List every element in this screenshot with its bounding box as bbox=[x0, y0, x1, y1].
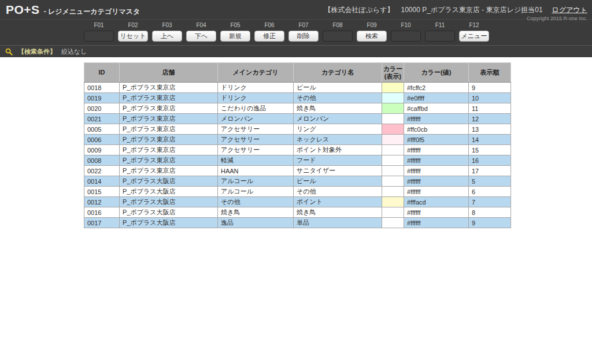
col-header-color-value: カラー(値) bbox=[404, 63, 469, 83]
cell-category-name: リング bbox=[294, 124, 382, 135]
fkey-toolbar: F01 F02 リセット F03 上へ F04 下へ F05 新規 bbox=[0, 19, 592, 45]
col-header-store: 店舗 bbox=[120, 63, 218, 83]
cell-color-swatch bbox=[382, 83, 404, 93]
cell-display-order: 13 bbox=[469, 124, 511, 135]
fkey-label: F06 bbox=[264, 22, 274, 29]
cell-category-name: その他 bbox=[294, 187, 382, 197]
fkey-button[interactable]: 検索 bbox=[357, 31, 387, 42]
cell-display-order: 15 bbox=[469, 145, 511, 155]
logout-link[interactable]: ログアウト bbox=[552, 6, 587, 14]
table-row[interactable]: 0021 P_ポプラス東京店 メロンパン メロンパン #ffffff 12 bbox=[84, 114, 511, 124]
cell-display-order: 14 bbox=[469, 135, 511, 145]
fkey-button[interactable]: 上へ bbox=[152, 31, 182, 42]
fkey-group: F03 上へ bbox=[152, 20, 182, 45]
cell-color-swatch bbox=[382, 124, 404, 135]
cell-main-category: 焼き鳥 bbox=[218, 207, 294, 218]
fkey-button[interactable] bbox=[84, 31, 114, 42]
cell-main-category: アルコール bbox=[218, 187, 294, 197]
app-chrome: PO+S - レジメニューカテゴリマスタ 【株式会社ぽぷらす】 10000 P_… bbox=[0, 0, 592, 45]
fkey-button[interactable]: メニュー bbox=[459, 31, 489, 42]
cell-main-category: ドリンク bbox=[218, 83, 294, 93]
col-header-display-order: 表示順 bbox=[469, 63, 511, 83]
cell-display-order: 10 bbox=[469, 93, 511, 103]
cell-store: P_ポプラス東京店 bbox=[120, 114, 218, 124]
col-header-color-display: カラー (表示) bbox=[382, 63, 404, 83]
cell-main-category: 逸品 bbox=[218, 218, 294, 228]
col-header-category-name: カテゴリ名 bbox=[294, 63, 382, 83]
table-row[interactable]: 0012 P_ポプラス大阪店 その他 ポイント #fffacd 7 bbox=[84, 197, 511, 207]
cell-category-name: メロンパン bbox=[294, 114, 382, 124]
table-row[interactable]: 0008 P_ポプラス東京店 軽減 フード #ffffff 16 bbox=[84, 155, 511, 166]
fkey-button[interactable] bbox=[391, 31, 421, 42]
table-row[interactable]: 0009 P_ポプラス東京店 アクセサリー ポイント対象外 #ffffff 15 bbox=[84, 145, 511, 155]
table-row[interactable]: 0020 P_ポプラス東京店 こだわりの逸品 焼き鳥 #caffbd 11 bbox=[84, 103, 511, 114]
cell-id: 0005 bbox=[84, 124, 120, 135]
fkey-label: F10 bbox=[401, 22, 410, 29]
page-title: - レジメニューカテゴリマスタ bbox=[44, 7, 140, 17]
cell-display-order: 11 bbox=[469, 103, 511, 114]
cell-display-order: 6 bbox=[469, 187, 511, 197]
cell-color-value: #ffc0cb bbox=[404, 124, 469, 135]
cell-store: P_ポプラス大阪店 bbox=[120, 176, 218, 187]
account-info: 【株式会社ぽぷらす】 10000 P_ポプラス東京店 - 東京店レジ担当01 bbox=[324, 6, 542, 14]
table-row[interactable]: 0014 P_ポプラス大阪店 アルコール ビール #ffffff 5 bbox=[84, 176, 511, 187]
cell-id: 0016 bbox=[84, 207, 120, 218]
table-row[interactable]: 0015 P_ポプラス大阪店 アルコール その他 #ffffff 6 bbox=[84, 187, 511, 197]
fkey-button[interactable] bbox=[425, 31, 455, 42]
brand: PO+S - レジメニューカテゴリマスタ bbox=[6, 3, 140, 17]
cell-main-category: ドリンク bbox=[218, 93, 294, 103]
fkey-group: F01 bbox=[84, 20, 114, 45]
fkey-group: F05 新規 bbox=[220, 20, 250, 45]
fkey-label: F02 bbox=[128, 22, 138, 29]
cell-color-value: #fffacd bbox=[404, 197, 469, 207]
cell-category-name: ポイント対象外 bbox=[294, 145, 382, 155]
cell-category-name: ポイント bbox=[294, 197, 382, 207]
cell-color-swatch bbox=[382, 197, 404, 207]
cell-id: 0014 bbox=[84, 176, 120, 187]
table-row[interactable]: 0018 P_ポプラス東京店 ドリンク ビール #fcffc2 9 bbox=[84, 83, 511, 93]
fkey-button[interactable]: 下へ bbox=[186, 31, 216, 42]
cell-category-name: 焼き鳥 bbox=[294, 207, 382, 218]
cell-store: P_ポプラス大阪店 bbox=[120, 218, 218, 228]
search-condition-bar: 【検索条件】 絞込なし bbox=[0, 45, 592, 57]
cell-display-order: 7 bbox=[469, 197, 511, 207]
table-row[interactable]: 0016 P_ポプラス大阪店 焼き鳥 焼き鳥 #ffffff 8 bbox=[84, 207, 511, 218]
cell-display-order: 5 bbox=[469, 176, 511, 187]
category-master-table: ID 店舗 メインカテゴリ カテゴリ名 カラー (表示) カラー(値) 表示順 … bbox=[84, 62, 511, 228]
table-header-row: ID 店舗 メインカテゴリ カテゴリ名 カラー (表示) カラー(値) 表示順 bbox=[84, 63, 511, 83]
fkey-label: F07 bbox=[298, 22, 308, 29]
table-row[interactable]: 0022 P_ポプラス東京店 HAAN サニタイザー #ffffff 17 bbox=[84, 166, 511, 176]
cell-color-value: #ffffff bbox=[404, 176, 469, 187]
cell-display-order: 8 bbox=[469, 207, 511, 218]
cell-color-swatch bbox=[382, 145, 404, 155]
fkey-button[interactable]: 新規 bbox=[220, 31, 250, 42]
cell-color-swatch bbox=[382, 93, 404, 103]
cell-color-value: #ffffff bbox=[404, 114, 469, 124]
table-row[interactable]: 0019 P_ポプラス東京店 ドリンク その他 #e0ffff 10 bbox=[84, 93, 511, 103]
table-row[interactable]: 0006 P_ポプラス東京店 アクセサリー ネックレス #fff0f5 14 bbox=[84, 135, 511, 145]
cell-store: P_ポプラス東京店 bbox=[120, 103, 218, 114]
table-row[interactable]: 0005 P_ポプラス東京店 アクセサリー リング #ffc0cb 13 bbox=[84, 124, 511, 135]
fkey-button[interactable]: 削除 bbox=[288, 31, 319, 42]
cell-store: P_ポプラス東京店 bbox=[120, 124, 218, 135]
search-condition-value: 絞込なし bbox=[61, 47, 87, 56]
cell-color-swatch bbox=[382, 103, 404, 114]
fkey-button[interactable]: リセット bbox=[118, 31, 148, 42]
cell-id: 0009 bbox=[84, 145, 120, 155]
cell-main-category: アルコール bbox=[218, 176, 294, 187]
cell-id: 0006 bbox=[84, 135, 120, 145]
cell-color-swatch bbox=[382, 176, 404, 187]
cell-main-category: メロンパン bbox=[218, 114, 294, 124]
cell-color-swatch bbox=[382, 155, 404, 166]
cell-id: 0018 bbox=[84, 83, 120, 93]
col-header-id: ID bbox=[84, 63, 120, 83]
cell-color-value: #ffffff bbox=[404, 166, 469, 176]
fkey-button[interactable] bbox=[323, 31, 353, 42]
cell-main-category: 軽減 bbox=[218, 155, 294, 166]
cell-color-swatch bbox=[382, 135, 404, 145]
cell-color-swatch bbox=[382, 114, 404, 124]
cell-category-name: その他 bbox=[294, 93, 382, 103]
fkey-group: F04 下へ bbox=[186, 20, 216, 45]
table-row[interactable]: 0017 P_ポプラス大阪店 逸品 単品 #ffffff 9 bbox=[84, 218, 511, 228]
fkey-button[interactable]: 修正 bbox=[254, 31, 284, 42]
